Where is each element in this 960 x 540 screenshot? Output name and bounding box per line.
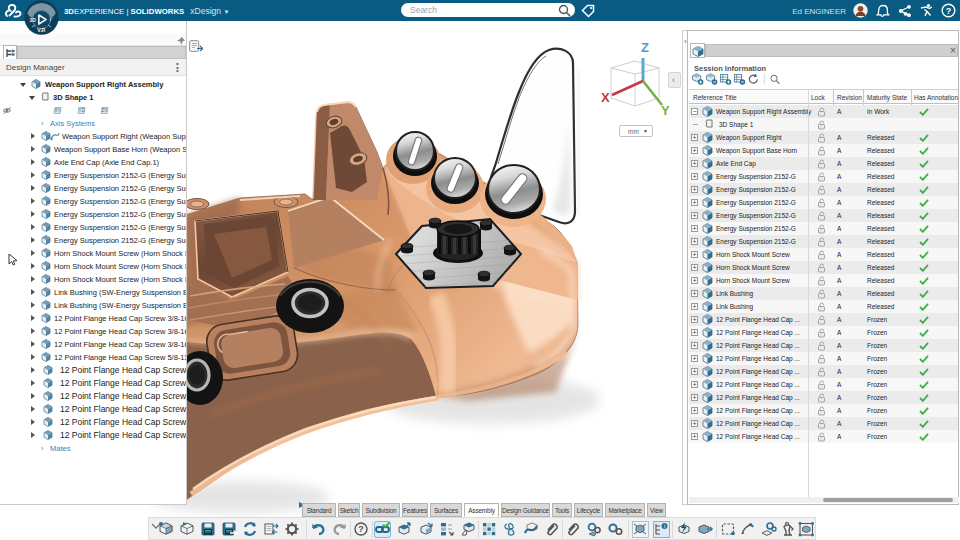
svg-text:XY: XY [54,108,60,113]
svg-text:V.R: V.R [37,27,45,33]
svg-text:?: ? [358,523,364,534]
svg-text:Y: Y [661,103,670,118]
svg-text:X: X [601,90,610,105]
svg-text:3D: 3D [30,17,37,23]
svg-text:i: i [664,523,665,529]
svg-text:ZX: ZX [102,108,108,113]
svg-text:YZ: YZ [79,108,85,113]
svg-text:?: ? [946,6,952,16]
svg-text:Z: Z [641,40,649,55]
